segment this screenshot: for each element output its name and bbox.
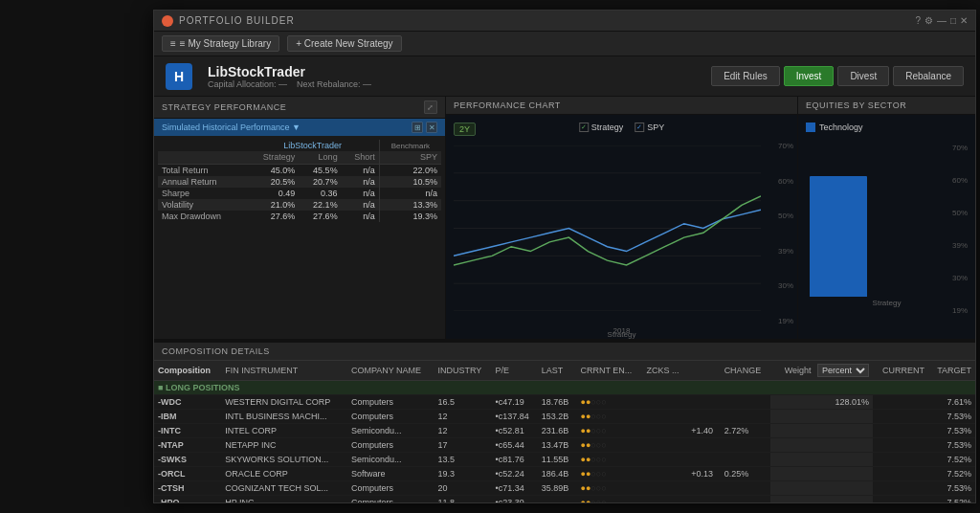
th-zcks: ZCKS ... bbox=[642, 361, 687, 381]
company: INTL BUSINESS MACHI... bbox=[221, 410, 347, 424]
sector-chart-area: Technology 70% 60% 50% 39% 30% 19% bbox=[798, 115, 975, 339]
expand-btn[interactable]: ⤢ bbox=[424, 100, 437, 114]
sector-bar-technology bbox=[810, 176, 867, 297]
dots2 bbox=[642, 467, 687, 481]
table-row: -CTSH COGNIZANT TECH SOL... Computers 20… bbox=[154, 481, 975, 496]
dots2 bbox=[642, 410, 687, 424]
table-row: -NTAP NETAPP INC Computers 17 •c65.44 13… bbox=[154, 438, 975, 453]
th-empty bbox=[687, 361, 720, 381]
zcks: ●●○○○ bbox=[576, 395, 642, 410]
perf-row-max-drawdown: Max Drawdown 27.6% 27.6% n/a 19.3% bbox=[158, 211, 441, 222]
create-strategy-label: + Create New Strategy bbox=[296, 38, 392, 49]
curr-en: 18.76B bbox=[538, 395, 577, 410]
minimize-button[interactable]: — bbox=[937, 15, 947, 26]
app-window: PORTFOLIO BUILDER ? ⚙ — □ ✕ ≡ ≡ My Strat… bbox=[153, 10, 976, 503]
industry: Computers bbox=[347, 438, 434, 453]
pe: 19.3 bbox=[434, 467, 491, 481]
long-val: 45.5% bbox=[299, 165, 341, 177]
ticker: -HPQ bbox=[154, 496, 221, 503]
row-label: Total Return bbox=[158, 165, 247, 177]
curr-pct bbox=[873, 424, 928, 438]
weight bbox=[770, 467, 874, 481]
spy-val: 13.3% bbox=[379, 199, 441, 211]
th-spy: SPY bbox=[379, 151, 441, 165]
sub-ctrl-btn2[interactable]: ✕ bbox=[426, 122, 437, 133]
sub-panel-header: Simulated Historical Performance ▼ ⊞ ✕ bbox=[154, 119, 445, 136]
table-row: -HPQ HP INC Computers 11.8 •c23.39 ●●○○○ bbox=[154, 496, 975, 503]
strategy-name: LibStockTrader bbox=[208, 64, 696, 79]
curr-pct bbox=[873, 410, 928, 424]
pe: 20 bbox=[434, 481, 491, 496]
short-val: n/a bbox=[342, 188, 380, 199]
curr-en: 231.6B bbox=[538, 424, 577, 438]
change bbox=[687, 438, 720, 453]
sector-x-label: Strategy bbox=[806, 297, 968, 307]
pe: 11.8 bbox=[434, 496, 491, 503]
th-company-name: COMPANY NAME bbox=[347, 361, 434, 381]
spy-val: 10.5% bbox=[379, 176, 441, 188]
sector-legend: Technology bbox=[806, 123, 968, 132]
current bbox=[721, 496, 770, 503]
company: HP INC bbox=[221, 496, 347, 503]
sub-panel-title[interactable]: Simulated Historical Performance ▼ bbox=[162, 123, 301, 132]
invest-button[interactable]: Invest bbox=[784, 66, 835, 86]
maximize-button[interactable]: □ bbox=[950, 15, 956, 26]
zcks: ●●○○○ bbox=[576, 453, 642, 467]
main-content: STRATEGY PERFORMANCE ⤢ Simulated Histori… bbox=[154, 97, 975, 502]
strategy-performance-header: STRATEGY PERFORMANCE ⤢ bbox=[154, 97, 445, 119]
perf-row-sharpe: Sharpe 0.49 0.36 n/a n/a bbox=[158, 188, 441, 199]
th-label bbox=[158, 151, 247, 165]
chart-period[interactable]: 2Y bbox=[454, 123, 476, 136]
composition-title: COMPOSITION DETAILS bbox=[162, 346, 270, 356]
zcks: ●●○○○ bbox=[576, 424, 642, 438]
th-change: CHANGE bbox=[721, 361, 770, 381]
sub-ctrl-btn1[interactable]: ⊞ bbox=[412, 122, 423, 133]
divest-button[interactable]: Divest bbox=[837, 66, 889, 86]
dots2 bbox=[642, 496, 687, 503]
company: ORACLE CORP bbox=[221, 467, 347, 481]
dots2 bbox=[642, 481, 687, 496]
change bbox=[687, 481, 720, 496]
ticker: -WDC bbox=[154, 395, 221, 410]
th-short: Short bbox=[342, 151, 380, 165]
target: 7.53% bbox=[928, 438, 975, 453]
th-long: Long bbox=[299, 151, 341, 165]
edit-rules-button[interactable]: Edit Rules bbox=[711, 66, 780, 86]
perf-row-total-return: Total Return 45.0% 45.5% n/a 22.0% bbox=[158, 165, 441, 177]
help-icon[interactable]: ? bbox=[915, 15, 921, 26]
strategy-info: LibStockTrader Capital Allocation: — Nex… bbox=[208, 64, 696, 89]
settings-icon[interactable]: ⚙ bbox=[924, 15, 933, 26]
zcks: ●●○○○ bbox=[576, 496, 642, 503]
curr-en: 153.2B bbox=[538, 410, 577, 424]
curr-pct bbox=[873, 496, 928, 503]
weight-type-select[interactable]: Percent bbox=[817, 364, 869, 377]
long-val: 0.36 bbox=[299, 188, 341, 199]
zcks: ●●○○○ bbox=[576, 467, 642, 481]
target: 7.61% bbox=[928, 395, 975, 410]
current bbox=[721, 438, 770, 453]
rebalance-button[interactable]: Rebalance bbox=[893, 66, 964, 86]
change: +1.40 bbox=[687, 424, 720, 438]
performance-table: LibStockTrader Benchmark Strategy Long S… bbox=[154, 136, 445, 226]
app-title: PORTFOLIO BUILDER bbox=[179, 15, 295, 26]
company: NETAPP INC bbox=[221, 438, 347, 453]
legend-strategy-label: Strategy bbox=[591, 123, 624, 132]
company: INTEL CORP bbox=[221, 424, 347, 438]
weight bbox=[770, 438, 874, 453]
create-new-strategy-button[interactable]: + Create New Strategy bbox=[287, 35, 401, 52]
sector-legend-label: Technology bbox=[819, 123, 863, 132]
change bbox=[687, 395, 720, 410]
chart-area: ✓ Strategy ✓ SPY 2Y 70% bbox=[446, 115, 797, 339]
short-val: n/a bbox=[342, 176, 380, 188]
spy-val: 19.3% bbox=[379, 211, 441, 222]
strategy-header: H LibStockTrader Capital Allocation: — N… bbox=[154, 56, 975, 97]
strategy-val: 27.6% bbox=[247, 211, 300, 222]
my-strategy-library-button[interactable]: ≡ ≡ My Strategy Library bbox=[162, 35, 279, 52]
row-label: Volatility bbox=[158, 199, 247, 211]
company: WESTERN DIGITAL CORP bbox=[221, 395, 347, 410]
target: 7.53% bbox=[928, 410, 975, 424]
weight bbox=[770, 424, 874, 438]
perf-row-volatility: Volatility 21.0% 22.1% n/a 13.3% bbox=[158, 199, 441, 211]
close-button[interactable]: ✕ bbox=[960, 15, 968, 26]
y-axis-labels: 70% 60% 50% 39% 30% 19% bbox=[778, 142, 793, 325]
